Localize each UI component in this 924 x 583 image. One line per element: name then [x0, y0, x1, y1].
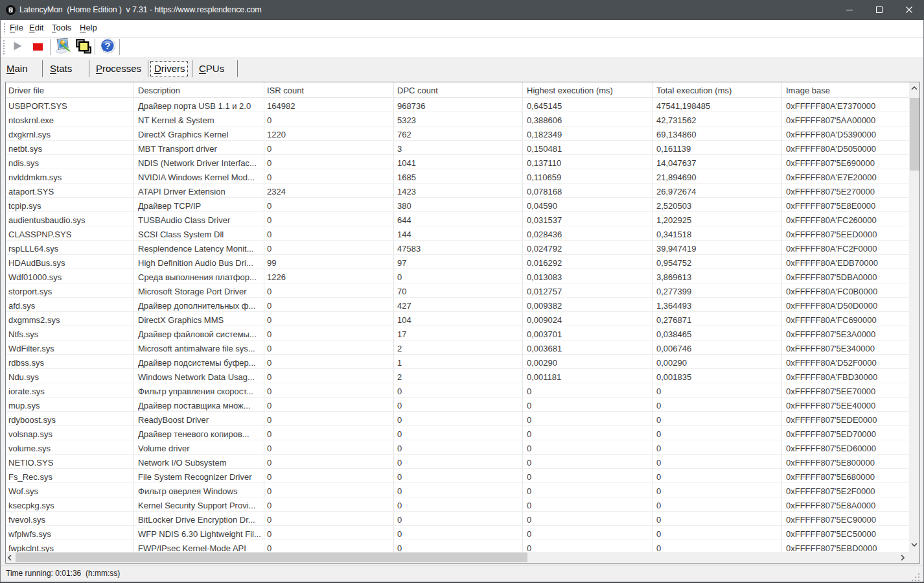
svg-text:?: ? — [104, 40, 110, 51]
